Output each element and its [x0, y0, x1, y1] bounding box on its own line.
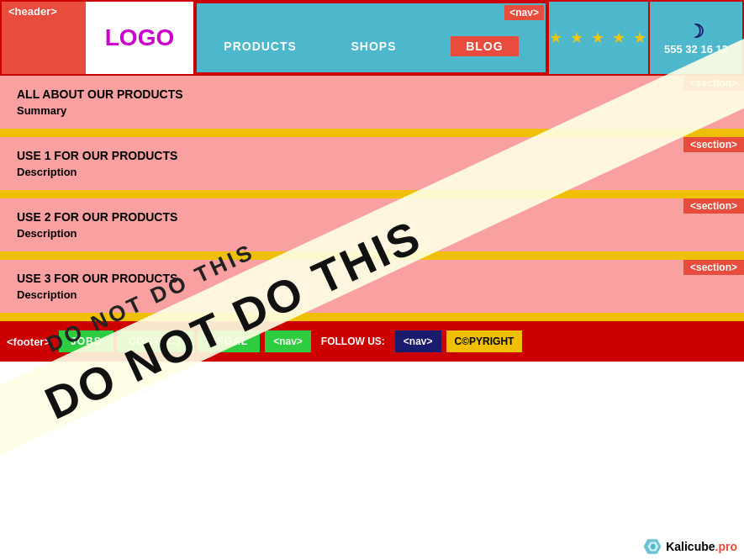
yellow-separator-3: [0, 251, 744, 260]
kalicube-name: Kalicube: [666, 540, 715, 553]
nav-item-shops[interactable]: SHOPS: [351, 40, 397, 53]
section-title-2: USE 1 FOR OUR PRODUCTS: [17, 149, 727, 162]
footer-nav-contact[interactable]: CONTACT: [117, 330, 195, 352]
logo-box: LOGO: [86, 2, 195, 74]
footer: <footer> JOBS CONTACT LEGAL <nav> FOLLOW…: [0, 321, 744, 362]
phone-number: 555 32 16 12: [664, 43, 728, 55]
header: <header> LOGO <nav> PRODUCTS SHOPS BLOG …: [0, 0, 744, 76]
section-tag-1: <section>: [683, 76, 744, 91]
yellow-separator-1: [0, 129, 744, 137]
section-tag-2: <section>: [683, 137, 744, 152]
phone-icon: ☽: [688, 21, 704, 43]
section-2: <section> USE 1 FOR OUR PRODUCTS Descrip…: [0, 137, 744, 190]
footer-follow-label: FOLLOW US:: [314, 330, 392, 352]
section-1: <section> ALL ABOUT OUR PRODUCTS Summary: [0, 76, 744, 129]
footer-label: <footer>: [0, 335, 57, 348]
section-subtitle-3: Description: [17, 227, 727, 240]
nav-label: <nav>: [504, 5, 544, 20]
section-4: <section> USE 3 FOR OUR PRODUCTS Descrip…: [0, 260, 744, 313]
footer-nav-jobs[interactable]: JOBS: [59, 330, 113, 352]
section-title-1: ALL ABOUT OUR PRODUCTS: [17, 87, 727, 101]
kalicube-logo-icon: [642, 536, 662, 557]
section-3: <section> USE 2 FOR OUR PRODUCTS Descrip…: [0, 198, 744, 251]
stars-rating: ★ ★ ★ ★ ★: [547, 2, 650, 74]
footer-nav-legal[interactable]: LEGAL: [198, 330, 260, 352]
nav-item-blog[interactable]: BLOG: [451, 36, 518, 56]
nav-item-products[interactable]: PRODUCTS: [224, 40, 297, 53]
footer-copyright: C©PYRIGHT: [446, 330, 523, 352]
section-subtitle-1: Summary: [17, 104, 727, 117]
section-tag-4: <section>: [683, 260, 744, 275]
section-subtitle-2: Description: [17, 166, 727, 178]
footer-nav-tag: <nav>: [263, 329, 313, 354]
logo: LOGO: [105, 24, 174, 51]
kalicube-brand: Kalicube.pro: [642, 536, 737, 557]
header-label: <header>: [2, 2, 86, 74]
phone-box: ☽ 555 32 16 12: [650, 2, 742, 74]
main-content: <section> ALL ABOUT OUR PRODUCTS Summary…: [0, 76, 744, 321]
yellow-separator-2: [0, 190, 744, 198]
section-title-3: USE 2 FOR OUR PRODUCTS: [17, 210, 727, 224]
kalicube-tld: .pro: [715, 540, 737, 553]
footer-follow-nav: <nav>: [393, 329, 443, 354]
main-nav: <nav> PRODUCTS SHOPS BLOG: [195, 2, 547, 74]
section-title-4: USE 3 FOR OUR PRODUCTS: [17, 272, 727, 285]
section-subtitle-4: Description: [17, 288, 727, 301]
nav-items: PRODUCTS SHOPS BLOG: [197, 20, 546, 72]
yellow-separator-4: [0, 313, 744, 321]
section-tag-3: <section>: [683, 198, 744, 214]
